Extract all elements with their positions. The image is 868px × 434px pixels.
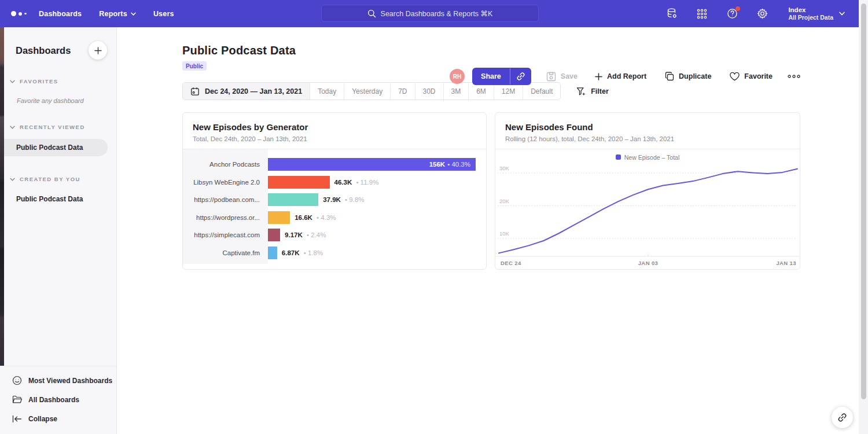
bar-row: https://simplecast.com9.17K • 2.4%: [183, 226, 486, 244]
bar-4[interactable]: [268, 211, 290, 224]
bar-row: https://podbean.com...37.9K • 9.8%: [183, 191, 486, 209]
sidebar-item-label: Public Podcast Data: [16, 195, 83, 203]
search-input[interactable]: Search Dashboards & Reports ⌘K: [321, 5, 539, 22]
scrollbar-thumb[interactable]: [861, 3, 866, 399]
report-card-new-episodes-found[interactable]: New Episodes Found Rolling (12 hours), t…: [495, 112, 800, 270]
card-title: New Episodes by Generator: [193, 122, 476, 132]
preset-default[interactable]: Default: [523, 83, 560, 100]
date-range-picker[interactable]: Dec 24, 2020 — Jan 13, 2021: [183, 83, 310, 100]
section-recently-viewed[interactable]: RECENTLY VIEWED: [10, 124, 116, 130]
project-switcher[interactable]: Index All Project Data: [788, 6, 845, 21]
bar-row: Libsyn WebEngine 2.046.3K • 11.9%: [183, 174, 486, 192]
collapse-sidebar-button[interactable]: Collapse: [0, 409, 116, 428]
page-title: Public Podcast Data: [182, 44, 800, 57]
card-subtitle: Rolling (12 hours), total, Dec 24th, 202…: [505, 135, 790, 142]
favorite-button[interactable]: Favorite: [730, 72, 773, 81]
line-chart[interactable]: 30K20K10KDEC 24JAN 03JAN 13: [495, 161, 800, 267]
bar-value-label: 156K • 40.3%: [429, 158, 470, 171]
data-sources-icon[interactable]: [665, 8, 678, 20]
section-favorites[interactable]: FAVORITES: [10, 78, 116, 84]
heart-icon: [730, 72, 740, 81]
share-link-floating-button[interactable]: [832, 407, 853, 428]
nav-users[interactable]: Users: [153, 10, 174, 18]
nav-dashboards[interactable]: Dashboards: [39, 10, 82, 18]
bar-value-label: 37.9K • 9.8%: [323, 196, 364, 203]
notification-dot: [735, 6, 740, 11]
card-subtitle: Total, Dec 24th, 2020 – Jan 13th, 2021: [193, 135, 476, 142]
search-placeholder: Search Dashboards & Reports ⌘K: [381, 9, 493, 18]
nav-users-label: Users: [153, 10, 174, 18]
bar-row: Anchor Podcasts156K • 40.3%: [183, 156, 486, 174]
card-title: New Episodes Found: [505, 122, 790, 132]
nav-reports[interactable]: Reports: [99, 10, 136, 18]
sidebar-item-public-podcast-data[interactable]: Public Podcast Data: [16, 195, 116, 203]
bar-value-label: 9.17K • 2.4%: [285, 231, 326, 238]
sidebar-footer: Most Viewed Dashboards All Dashboards Co…: [0, 366, 116, 434]
logo-dot: [19, 12, 22, 16]
sidebar-title: Dashboards: [16, 45, 71, 56]
bar-5[interactable]: [268, 229, 280, 241]
project-name: Index: [788, 6, 833, 14]
preset-12m[interactable]: 12M: [494, 83, 523, 100]
dashboard-actions: RH Share Save: [450, 68, 800, 85]
share-button[interactable]: Share: [472, 68, 510, 85]
bar-value-label: 6.87K • 1.8%: [282, 249, 323, 256]
y-axis-tick: 10K: [499, 230, 510, 237]
date-range-label: Dec 24, 2020 — Jan 13, 2021: [205, 87, 302, 95]
help-icon[interactable]: [726, 8, 738, 20]
report-card-new-episodes-by-generator[interactable]: New Episodes by Generator Total, Dec 24t…: [182, 112, 487, 270]
sidebar-item-public-podcast-data-selected[interactable]: Public Podcast Data: [0, 139, 108, 156]
section-recently-viewed-label: RECENTLY VIEWED: [20, 124, 85, 130]
logo-dot: [11, 11, 16, 16]
add-report-button[interactable]: Add Report: [595, 72, 646, 80]
preset-label: Default: [531, 87, 553, 95]
preset-3m[interactable]: 3M: [443, 83, 469, 100]
preset-label: Today: [318, 87, 336, 95]
preset-label: Yesterday: [352, 87, 382, 95]
most-viewed-dashboards-label: Most Viewed Dashboards: [28, 377, 112, 385]
save-button[interactable]: Save: [546, 72, 578, 82]
preset-30d[interactable]: 30D: [415, 83, 443, 100]
section-created-by-you[interactable]: CREATED BY YOU: [10, 176, 116, 182]
preset-label: 12M: [502, 87, 515, 95]
preset-label: 7D: [398, 87, 407, 95]
app-logo[interactable]: [11, 11, 34, 16]
top-navbar: Dashboards Reports Users Search Dashboar…: [0, 0, 859, 27]
filter-funnel-icon: [576, 87, 586, 96]
preset-7d[interactable]: 7D: [390, 83, 414, 100]
main-content: Public Podcast Data Public RH Share: [117, 27, 859, 434]
new-dashboard-button[interactable]: [89, 41, 107, 60]
filter-button[interactable]: Filter: [576, 87, 609, 96]
bar-value-label: 46.3K • 11.9%: [334, 179, 379, 186]
copy-link-button[interactable]: [510, 68, 531, 85]
preset-6m[interactable]: 6M: [468, 83, 494, 100]
apps-grid-icon[interactable]: [696, 8, 708, 20]
preset-today[interactable]: Today: [310, 83, 344, 100]
bar-2[interactable]: [268, 176, 330, 189]
duplicate-label: Duplicate: [679, 72, 711, 80]
chart-legend: New Episode – Total: [495, 149, 800, 161]
settings-gear-icon[interactable]: [756, 8, 768, 20]
section-favorites-label: FAVORITES: [20, 78, 58, 84]
collapse-icon: [12, 415, 22, 423]
duplicate-button[interactable]: Duplicate: [665, 72, 711, 81]
most-viewed-dashboards-button[interactable]: Most Viewed Dashboards: [0, 371, 116, 390]
folder-icon: [12, 395, 22, 404]
link-icon: [837, 413, 847, 422]
bar-6[interactable]: [268, 247, 277, 259]
filter-label: Filter: [591, 87, 609, 95]
share-button-group: Share: [472, 68, 531, 85]
calendar-icon: [190, 87, 200, 96]
sidebar-item-label: Public Podcast Data: [16, 144, 83, 152]
favorite-label: Favorite: [744, 72, 773, 80]
bar-3[interactable]: [268, 193, 318, 206]
all-dashboards-button[interactable]: All Dashboards: [0, 390, 116, 409]
preset-yesterday[interactable]: Yesterday: [344, 83, 390, 100]
save-icon: [546, 72, 556, 82]
plus-icon: [595, 73, 602, 80]
chevron-down-icon: [131, 12, 136, 16]
bar-1[interactable]: 156K • 40.3%: [268, 158, 476, 171]
sidebar: Dashboards FAVORITES Favorite any dashbo…: [0, 27, 117, 434]
avatar[interactable]: RH: [450, 69, 465, 84]
more-options-button[interactable]: [788, 75, 800, 78]
